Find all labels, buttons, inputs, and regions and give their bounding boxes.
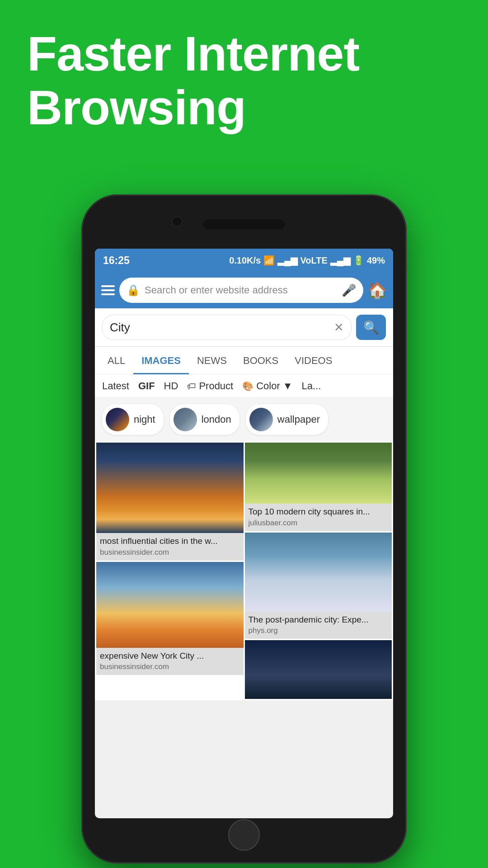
url-placeholder: Search or enter website address	[145, 284, 337, 296]
image-city-sunset	[96, 443, 244, 533]
phone-camera	[172, 216, 183, 227]
search-tabs: ALL IMAGES NEWS BOOKS VIDEOS	[95, 347, 393, 375]
home-icon[interactable]: 🏠	[368, 281, 387, 299]
status-right: 0.10K/s 📶 ▂▄▆ VoLTE ▂▄▆ 🔋 49%	[229, 255, 385, 266]
hero-line1: Faster Internet	[27, 27, 461, 81]
filter-gif[interactable]: GIF	[138, 380, 155, 392]
image-card-aerial[interactable]: Top 10 modern city squares in... juliusb…	[245, 443, 392, 531]
hero-line2: Browsing	[27, 81, 461, 135]
status-speed: 0.10K/s	[229, 255, 261, 266]
volte-label: VoLTE	[300, 255, 327, 266]
tab-videos[interactable]: VIDEOS	[286, 347, 340, 374]
battery-percent: 49%	[367, 255, 385, 266]
suggestion-chips: night london wallpaper	[95, 398, 393, 441]
image-grid: most influential cities in the w... busi…	[95, 441, 393, 700]
image-label-city-sunset: most influential cities in the w...	[96, 533, 244, 548]
search-button-icon: 🔍	[363, 320, 379, 335]
image-source-city-sunset: businessinsider.com	[96, 548, 244, 561]
chip-thumb-london	[174, 408, 197, 431]
filter-latest[interactable]: Latest	[102, 380, 129, 392]
phone-shell: 16:25 0.10K/s 📶 ▂▄▆ VoLTE ▂▄▆ 🔋 49%	[81, 194, 407, 863]
tag-icon: 🏷	[187, 381, 196, 392]
chip-london[interactable]: london	[170, 404, 239, 435]
battery-icon: 🔋	[353, 255, 364, 266]
url-bar: 🔒 Search or enter website address 🎤 🏠	[95, 272, 393, 308]
chip-thumb-night	[106, 408, 129, 431]
lock-icon: 🔒	[127, 284, 140, 297]
tab-images[interactable]: IMAGES	[133, 347, 189, 374]
search-query-text: City	[110, 321, 329, 335]
microphone-icon[interactable]: 🎤	[342, 283, 356, 297]
hamburger-menu-icon[interactable]	[101, 285, 115, 295]
search-button[interactable]: 🔍	[356, 315, 386, 340]
tab-books[interactable]: BOOKS	[235, 347, 286, 374]
status-time: 16:25	[103, 255, 130, 267]
url-input-wrapper[interactable]: 🔒 Search or enter website address 🎤	[119, 278, 363, 303]
status-bar: 16:25 0.10K/s 📶 ▂▄▆ VoLTE ▂▄▆ 🔋 49%	[95, 249, 393, 272]
image-bridge	[245, 640, 392, 699]
image-label-pandemic: The post-pandemic city: Expe...	[245, 612, 392, 627]
phone-speaker	[203, 219, 285, 229]
image-card-skyline2[interactable]: expensive New York City ... businessinsi…	[96, 562, 244, 675]
image-skyline2	[96, 562, 244, 648]
image-source-pandemic: phys.org	[245, 626, 392, 639]
chip-wallpaper[interactable]: wallpaper	[246, 404, 328, 435]
image-aerial	[245, 443, 392, 504]
image-label-aerial: Top 10 modern city squares in...	[245, 504, 392, 519]
phone-mockup: 16:25 0.10K/s 📶 ▂▄▆ VoLTE ▂▄▆ 🔋 49%	[81, 194, 407, 868]
clear-search-icon[interactable]: ✕	[334, 321, 344, 335]
image-col-left: most influential cities in the w... busi…	[96, 443, 244, 699]
chip-night[interactable]: night	[102, 404, 164, 435]
tab-all[interactable]: ALL	[99, 347, 133, 374]
phone-home-button[interactable]	[228, 819, 260, 851]
image-card-bridge[interactable]	[245, 640, 392, 699]
chip-night-label: night	[134, 414, 155, 425]
chip-thumb-wallpaper	[249, 408, 273, 431]
filter-hd[interactable]: HD	[164, 380, 178, 392]
image-card-city-sunset[interactable]: most influential cities in the w... busi…	[96, 443, 244, 561]
image-col-right: Top 10 modern city squares in... juliusb…	[245, 443, 392, 699]
filter-product[interactable]: 🏷 Product	[187, 380, 233, 392]
filter-row: Latest GIF HD 🏷 Product 🎨 Color ▼ La...	[95, 375, 393, 398]
chip-wallpaper-label: wallpaper	[277, 414, 320, 425]
dropdown-icon: ▼	[283, 380, 293, 392]
wifi-icon: 📶	[263, 255, 275, 266]
filter-color[interactable]: 🎨 Color ▼	[242, 380, 292, 392]
image-pandemic	[245, 533, 392, 612]
phone-screen: 16:25 0.10K/s 📶 ▂▄▆ VoLTE ▂▄▆ 🔋 49%	[95, 249, 393, 818]
tab-news[interactable]: NEWS	[189, 347, 235, 374]
image-label-skyline2: expensive New York City ...	[96, 648, 244, 663]
search-input-wrapper[interactable]: City ✕	[102, 315, 352, 340]
image-source-aerial: juliusbaer.com	[245, 519, 392, 531]
image-source-skyline2: businessinsider.com	[96, 662, 244, 675]
chip-london-label: london	[202, 414, 231, 425]
signal-icon: ▂▄▆	[277, 255, 297, 266]
hero-title: Faster Internet Browsing	[27, 27, 461, 135]
search-bar: City ✕ 🔍	[95, 308, 393, 347]
image-card-pandemic[interactable]: The post-pandemic city: Expe... phys.org	[245, 533, 392, 639]
palette-icon: 🎨	[242, 381, 253, 392]
filter-more[interactable]: La...	[302, 380, 321, 392]
signal2-icon: ▂▄▆	[330, 255, 350, 266]
